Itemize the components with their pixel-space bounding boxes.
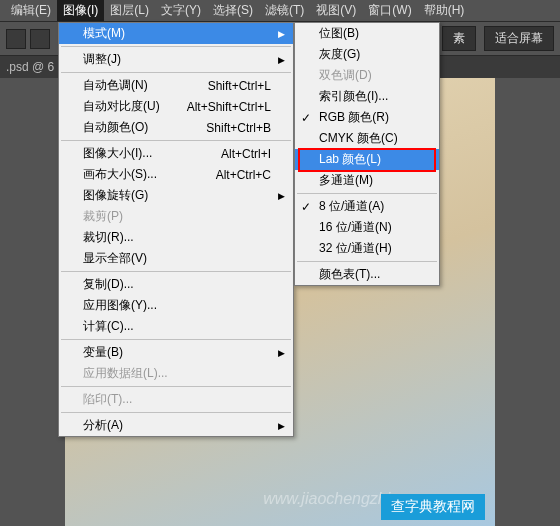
mode-submenu: 位图(B)灰度(G)双色调(D)索引颜色(I)...✓RGB 颜色(R)CMYK… xyxy=(294,22,440,286)
menu-entry[interactable]: 图像大小(I)...Alt+Ctrl+I xyxy=(59,143,293,164)
menu-label: 模式(M) xyxy=(83,25,125,42)
menu-entry[interactable]: 调整(J)▶ xyxy=(59,49,293,70)
menu-label: 计算(C)... xyxy=(83,318,134,335)
menu-entry[interactable]: 32 位/通道(H) xyxy=(295,238,439,259)
menu-entry[interactable]: 裁切(R)... xyxy=(59,227,293,248)
separator xyxy=(61,46,291,47)
toolbar-button[interactable]: 素 xyxy=(442,26,476,51)
shortcut: Alt+Shift+Ctrl+L xyxy=(187,100,271,114)
menu-entry[interactable]: 位图(B) xyxy=(295,23,439,44)
menu-entry[interactable]: 画布大小(S)...Alt+Ctrl+C xyxy=(59,164,293,185)
menu-entry[interactable]: 索引颜色(I)... xyxy=(295,86,439,107)
menu-1[interactable]: 图像(I) xyxy=(57,0,104,21)
shortcut: Shift+Ctrl+L xyxy=(208,79,271,93)
menu-entry: 双色调(D) xyxy=(295,65,439,86)
menu-label: Lab 颜色(L) xyxy=(319,151,381,168)
menu-entry: 陷印(T)... xyxy=(59,389,293,410)
image-menu-dropdown: 模式(M)▶调整(J)▶自动色调(N)Shift+Ctrl+L自动对比度(U)A… xyxy=(58,22,294,437)
menu-entry[interactable]: 自动色调(N)Shift+Ctrl+L xyxy=(59,75,293,96)
separator xyxy=(61,72,291,73)
menu-label: 颜色表(T)... xyxy=(319,266,380,283)
menu-4[interactable]: 选择(S) xyxy=(207,0,259,21)
check-icon: ✓ xyxy=(301,200,311,214)
menu-8[interactable]: 帮助(H) xyxy=(418,0,471,21)
menu-3[interactable]: 文字(Y) xyxy=(155,0,207,21)
menu-label: 陷印(T)... xyxy=(83,391,132,408)
menu-label: 显示全部(V) xyxy=(83,250,147,267)
menu-label: 图像旋转(G) xyxy=(83,187,148,204)
menu-label: 裁剪(P) xyxy=(83,208,123,225)
chevron-right-icon: ▶ xyxy=(278,348,285,358)
menu-label: 双色调(D) xyxy=(319,67,372,84)
menu-entry[interactable]: 应用图像(Y)... xyxy=(59,295,293,316)
menu-label: 16 位/通道(N) xyxy=(319,219,392,236)
menu-2[interactable]: 图层(L) xyxy=(104,0,155,21)
menu-label: 裁切(R)... xyxy=(83,229,134,246)
menu-label: 复制(D)... xyxy=(83,276,134,293)
menu-6[interactable]: 视图(V) xyxy=(310,0,362,21)
menu-label: 应用数据组(L)... xyxy=(83,365,168,382)
menu-label: 画布大小(S)... xyxy=(83,166,157,183)
menu-entry[interactable]: 颜色表(T)... xyxy=(295,264,439,285)
menu-entry[interactable]: CMYK 颜色(C) xyxy=(295,128,439,149)
menu-label: 索引颜色(I)... xyxy=(319,88,388,105)
fit-screen-button[interactable]: 适合屏幕 xyxy=(484,26,554,51)
brand-badge: 查字典教程网 xyxy=(381,494,485,520)
separator xyxy=(297,261,437,262)
tool-icon[interactable] xyxy=(6,29,26,49)
menu-entry: 应用数据组(L)... xyxy=(59,363,293,384)
menu-entry[interactable]: 模式(M)▶ xyxy=(59,23,293,44)
separator xyxy=(61,386,291,387)
menu-entry[interactable]: Lab 颜色(L) xyxy=(295,149,439,170)
check-icon: ✓ xyxy=(301,111,311,125)
menu-label: 分析(A) xyxy=(83,417,123,434)
menu-label: 自动颜色(O) xyxy=(83,119,148,136)
menu-entry[interactable]: 变量(B)▶ xyxy=(59,342,293,363)
menu-entry[interactable]: 自动颜色(O)Shift+Ctrl+B xyxy=(59,117,293,138)
menu-label: 自动色调(N) xyxy=(83,77,148,94)
menu-entry[interactable]: ✓RGB 颜色(R) xyxy=(295,107,439,128)
menu-label: 8 位/通道(A) xyxy=(319,198,384,215)
separator xyxy=(61,271,291,272)
shortcut: Alt+Ctrl+I xyxy=(221,147,271,161)
menu-entry[interactable]: 16 位/通道(N) xyxy=(295,217,439,238)
menu-entry[interactable]: 多通道(M) xyxy=(295,170,439,191)
shortcut: Alt+Ctrl+C xyxy=(216,168,271,182)
menu-label: 32 位/通道(H) xyxy=(319,240,392,257)
menu-label: RGB 颜色(R) xyxy=(319,109,389,126)
chevron-right-icon: ▶ xyxy=(278,55,285,65)
menu-entry[interactable]: 显示全部(V) xyxy=(59,248,293,269)
menu-label: CMYK 颜色(C) xyxy=(319,130,398,147)
menu-label: 调整(J) xyxy=(83,51,121,68)
menubar: 编辑(E)图像(I)图层(L)文字(Y)选择(S)滤镜(T)视图(V)窗口(W)… xyxy=(0,0,560,22)
menu-label: 位图(B) xyxy=(319,25,359,42)
menu-entry: 裁剪(P) xyxy=(59,206,293,227)
menu-entry[interactable]: 灰度(G) xyxy=(295,44,439,65)
menu-label: 图像大小(I)... xyxy=(83,145,152,162)
menu-entry[interactable]: 复制(D)... xyxy=(59,274,293,295)
menu-entry[interactable]: 分析(A)▶ xyxy=(59,415,293,436)
menu-entry[interactable]: 图像旋转(G)▶ xyxy=(59,185,293,206)
menu-7[interactable]: 窗口(W) xyxy=(362,0,417,21)
separator xyxy=(61,339,291,340)
separator xyxy=(61,140,291,141)
separator xyxy=(297,193,437,194)
menu-label: 变量(B) xyxy=(83,344,123,361)
menu-entry[interactable]: 自动对比度(U)Alt+Shift+Ctrl+L xyxy=(59,96,293,117)
menu-label: 应用图像(Y)... xyxy=(83,297,157,314)
menu-entry[interactable]: 计算(C)... xyxy=(59,316,293,337)
chevron-right-icon: ▶ xyxy=(278,29,285,39)
chevron-right-icon: ▶ xyxy=(278,191,285,201)
menu-label: 自动对比度(U) xyxy=(83,98,160,115)
chevron-right-icon: ▶ xyxy=(278,421,285,431)
menu-entry[interactable]: ✓8 位/通道(A) xyxy=(295,196,439,217)
menu-label: 多通道(M) xyxy=(319,172,373,189)
tool-icon[interactable] xyxy=(30,29,50,49)
menu-label: 灰度(G) xyxy=(319,46,360,63)
separator xyxy=(61,412,291,413)
menu-0[interactable]: 编辑(E) xyxy=(5,0,57,21)
shortcut: Shift+Ctrl+B xyxy=(206,121,271,135)
menu-5[interactable]: 滤镜(T) xyxy=(259,0,310,21)
